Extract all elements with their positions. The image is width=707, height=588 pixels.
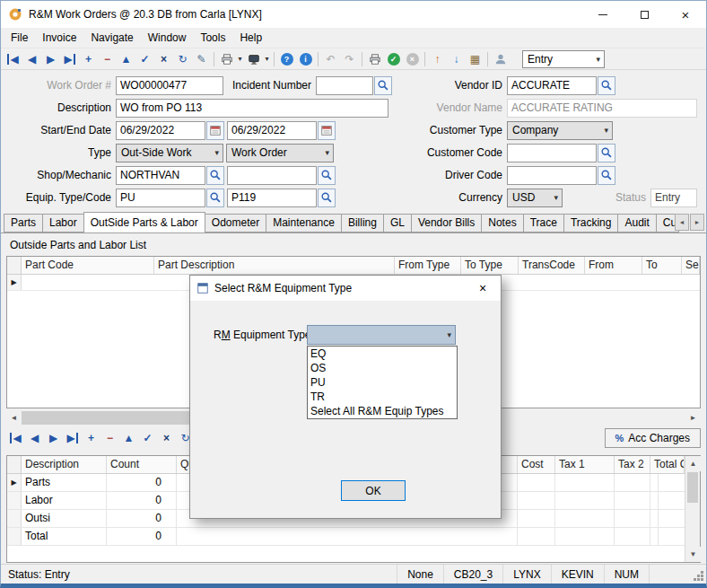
- tab-trace[interactable]: Trace: [523, 214, 564, 233]
- cancel-icon[interactable]: ×: [154, 49, 173, 68]
- equip-type-option-tr[interactable]: TR: [308, 390, 457, 404]
- row-selector[interactable]: [7, 492, 22, 509]
- column-header-count[interactable]: Count: [107, 456, 177, 473]
- row-selector[interactable]: ▶: [7, 474, 22, 491]
- equip-type-field[interactable]: PU: [116, 189, 205, 207]
- row-selector[interactable]: [7, 510, 22, 527]
- row-selector[interactable]: [7, 528, 22, 545]
- grid-first-icon[interactable]: ◀: [6, 429, 25, 448]
- next-record-icon[interactable]: ▶: [41, 49, 60, 68]
- chevron-down-icon[interactable]: ▾: [211, 148, 223, 157]
- refresh-icon[interactable]: ↻: [173, 49, 192, 68]
- column-header-to-type[interactable]: To Type: [461, 257, 519, 274]
- chevron-down-icon[interactable]: ▾: [600, 126, 612, 135]
- close-button[interactable]: ×: [665, 1, 706, 28]
- minimize-button[interactable]: [582, 1, 624, 28]
- driver-code-lookup-button[interactable]: [598, 166, 615, 185]
- scrollbar-thumb[interactable]: [687, 472, 698, 503]
- preview-icon[interactable]: [244, 49, 263, 68]
- download-icon[interactable]: ↓: [447, 49, 466, 68]
- print-icon[interactable]: [217, 49, 236, 68]
- column-header-to[interactable]: To: [642, 257, 682, 274]
- vendor-id-lookup-button[interactable]: [598, 76, 615, 95]
- grid-cancel-icon[interactable]: ×: [157, 429, 176, 448]
- previous-record-icon[interactable]: ◀: [22, 49, 41, 68]
- chevron-down-icon[interactable]: ▾: [443, 330, 455, 339]
- end-date-field[interactable]: 06/29/2022: [227, 121, 317, 140]
- tab-notes[interactable]: Notes: [481, 214, 523, 233]
- menu-window[interactable]: Window: [141, 30, 194, 46]
- grid-post-icon[interactable]: ✓: [138, 429, 157, 448]
- end-date-calendar-button[interactable]: [318, 121, 336, 140]
- incident-lookup-button[interactable]: [374, 76, 392, 95]
- equip-type-option-os[interactable]: OS: [308, 361, 457, 375]
- tab-audit[interactable]: Audit: [617, 214, 656, 233]
- equip-code-field[interactable]: P119: [227, 189, 317, 207]
- customer-type-combobox[interactable]: Company ▾: [507, 121, 613, 140]
- tab-scroll-right-button[interactable]: ►: [690, 214, 704, 231]
- menu-file[interactable]: File: [4, 30, 35, 46]
- help-icon[interactable]: ?: [277, 49, 296, 68]
- tab-outside-parts-labor[interactable]: OutSide Parts & Labor: [83, 212, 205, 233]
- column-header-part-description[interactable]: Part Description: [154, 257, 395, 274]
- column-header-cost[interactable]: Cost: [518, 456, 555, 473]
- entry-combobox[interactable]: Entry ▾: [522, 50, 605, 68]
- mechanic-field[interactable]: [227, 166, 317, 185]
- grid-delete-icon[interactable]: −: [100, 429, 119, 448]
- maximize-button[interactable]: [624, 1, 665, 28]
- info-icon[interactable]: i: [296, 49, 315, 68]
- start-date-calendar-button[interactable]: [206, 121, 224, 140]
- tab-odometer[interactable]: Odometer: [205, 214, 266, 233]
- package-icon[interactable]: ▦: [466, 49, 484, 68]
- scroll-left-icon[interactable]: ◄: [6, 410, 22, 426]
- menu-tools[interactable]: Tools: [193, 30, 232, 46]
- vertical-scrollbar[interactable]: ▲ ▼: [685, 456, 700, 562]
- preview-menu-caret-icon[interactable]: ▾: [263, 55, 271, 63]
- acc-charges-button[interactable]: % Acc Charges: [605, 428, 701, 448]
- grid-last-icon[interactable]: ▶: [63, 429, 82, 448]
- mechanic-lookup-button[interactable]: [318, 166, 336, 185]
- customer-code-lookup-button[interactable]: [598, 144, 615, 162]
- tab-scroll-left-button[interactable]: ◄: [675, 214, 689, 231]
- equip-code-lookup-button[interactable]: [318, 189, 336, 207]
- scroll-up-icon[interactable]: ▲: [685, 456, 701, 471]
- user-icon[interactable]: [491, 49, 510, 68]
- print-menu-caret-icon[interactable]: ▾: [236, 55, 244, 63]
- tab-tracking[interactable]: Tracking: [563, 214, 619, 233]
- grid-next-icon[interactable]: ▶: [44, 429, 63, 448]
- menu-help[interactable]: Help: [232, 30, 269, 46]
- equip-type-option-eq[interactable]: EQ: [308, 347, 457, 361]
- last-record-icon[interactable]: ▶: [60, 49, 79, 68]
- delete-record-icon[interactable]: −: [98, 49, 117, 68]
- chevron-down-icon[interactable]: ▾: [592, 55, 604, 64]
- driver-code-field[interactable]: [507, 166, 597, 185]
- column-header-transcode[interactable]: TransCode: [519, 257, 585, 274]
- ok-button[interactable]: OK: [341, 480, 406, 501]
- customer-code-field[interactable]: [507, 144, 597, 162]
- equip-type-lookup-button[interactable]: [206, 189, 224, 207]
- equipment-type-combobox[interactable]: ▾: [307, 325, 456, 345]
- menu-navigate[interactable]: Navigate: [83, 30, 140, 46]
- chevron-down-icon[interactable]: ▾: [321, 148, 333, 157]
- first-record-icon[interactable]: ◀: [4, 49, 22, 68]
- approve-icon[interactable]: ✓: [384, 49, 403, 68]
- vendor-id-field[interactable]: ACCURATE: [507, 76, 597, 95]
- row-selector[interactable]: ▶: [7, 275, 22, 290]
- tab-parts[interactable]: Parts: [4, 214, 43, 233]
- column-header-se[interactable]: Se: [682, 257, 700, 274]
- work-order-field[interactable]: WO00000477: [116, 76, 223, 95]
- tab-billing[interactable]: Billing: [341, 214, 384, 233]
- add-record-icon[interactable]: +: [79, 49, 98, 68]
- currency-combobox[interactable]: USD ▾: [507, 189, 563, 207]
- tab-gl[interactable]: GL: [383, 214, 412, 233]
- description-field[interactable]: WO from PO 113: [116, 99, 388, 118]
- void-icon[interactable]: ×: [403, 49, 422, 68]
- grid-add-icon[interactable]: +: [82, 429, 100, 448]
- shop-field[interactable]: NORTHVAN: [116, 166, 205, 185]
- scroll-right-icon[interactable]: ►: [685, 410, 701, 426]
- type-combobox[interactable]: Out-Side Work ▾: [116, 144, 223, 162]
- column-header-description[interactable]: Description: [22, 456, 107, 473]
- scroll-down-icon[interactable]: ▼: [685, 547, 701, 562]
- back-icon[interactable]: ↶: [321, 49, 340, 68]
- start-date-field[interactable]: 06/29/2022: [116, 121, 205, 140]
